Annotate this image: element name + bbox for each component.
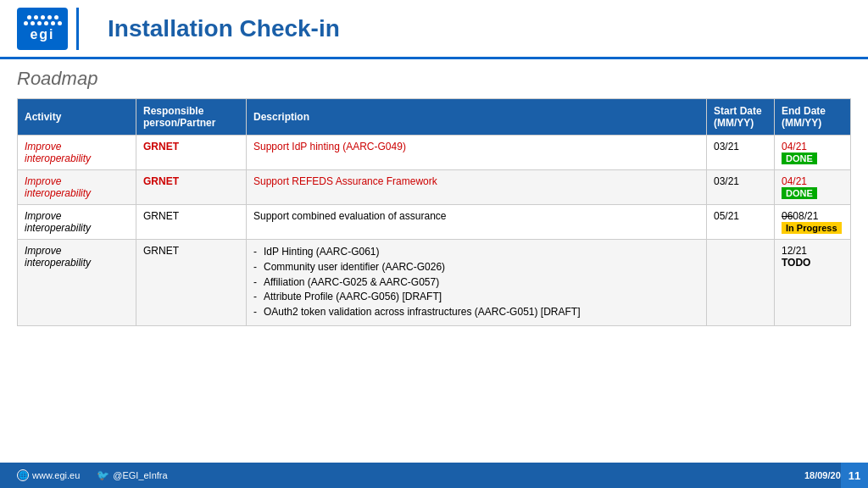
col-activity: Activity [18, 99, 136, 136]
header: egi Installation Check-in [0, 0, 868, 59]
partner-cell: GRNET [136, 136, 247, 170]
footer-twitter: 🐦 @EGI_eInfra [97, 469, 167, 481]
col-partner: Responsible person/Partner [136, 99, 247, 136]
globe-icon: 🌐 [17, 469, 29, 481]
start-date-cell: 03/21 [707, 170, 775, 205]
logo-area: egi [17, 8, 87, 50]
end-date-cell: 12/21 TODO [775, 240, 851, 326]
footer-website: 🌐 www.egi.eu [17, 469, 80, 481]
page-title: Installation Check-in [108, 15, 340, 42]
activity-cell: Improve interoperability [18, 136, 136, 170]
main-content: Roadmap Activity Responsible person/Part… [0, 59, 868, 330]
start-date-cell: 03/21 [707, 136, 775, 170]
partner-cell: GRNET [136, 240, 247, 326]
list-item: IdP Hinting (AARC-G061) [253, 245, 699, 259]
page-number: 11 [841, 463, 868, 488]
list-item: Attribute Profile (AARC-G056) [DRAFT] [253, 290, 699, 304]
list-item: Affiliation (AARC-G025 & AARC-G057) [253, 275, 699, 290]
activity-cell: Improve interoperability [18, 205, 136, 240]
subtitle: Roadmap [17, 68, 851, 90]
list-item: Community user identifier (AARC-G026) [253, 260, 699, 274]
end-date-cell: 04/21 DONE [775, 170, 851, 205]
col-description: Description [247, 99, 707, 136]
description-cell: IdP Hinting (AARC-G061) Community user i… [247, 240, 707, 326]
start-date-cell: 05/21 [707, 205, 775, 240]
start-date-cell [707, 240, 775, 326]
partner-cell: GRNET [136, 205, 247, 240]
table-row: Improve interoperability GRNET Support R… [18, 170, 851, 205]
description-list: IdP Hinting (AARC-G061) Community user i… [253, 245, 699, 319]
twitter-icon: 🐦 [97, 469, 109, 481]
table-row: Improve interoperability GRNET Support I… [18, 136, 851, 170]
col-start: Start Date (MM/YY) [707, 99, 775, 136]
list-item: OAuth2 token validation across infrastru… [253, 305, 699, 319]
col-end: End Date (MM/YY) [775, 99, 851, 136]
description-cell: Support REFEDS Assurance Framework [247, 170, 707, 205]
description-cell: Support IdP hinting (AARC-G049) [247, 136, 707, 170]
partner-cell: GRNET [136, 170, 247, 205]
end-date-cell: 04/21 DONE [775, 136, 851, 170]
table-row: Improve interoperability GRNET IdP Hinti… [18, 240, 851, 326]
description-cell: Support combined evaluation of assurance [247, 205, 707, 240]
activity-cell: Improve interoperability [18, 170, 136, 205]
table-row: Improve interoperability GRNET Support c… [18, 205, 851, 240]
logo: egi [17, 8, 68, 50]
end-date-cell: 0608/21 In Progress [775, 205, 851, 240]
footer-links: 🌐 www.egi.eu 🐦 @EGI_eInfra [17, 469, 168, 481]
activity-cell: Improve interoperability [18, 240, 136, 326]
footer: 🌐 www.egi.eu 🐦 @EGI_eInfra 18/09/2024 11 [0, 463, 868, 488]
roadmap-table: Activity Responsible person/Partner Desc… [17, 98, 851, 326]
table-header-row: Activity Responsible person/Partner Desc… [18, 99, 851, 136]
